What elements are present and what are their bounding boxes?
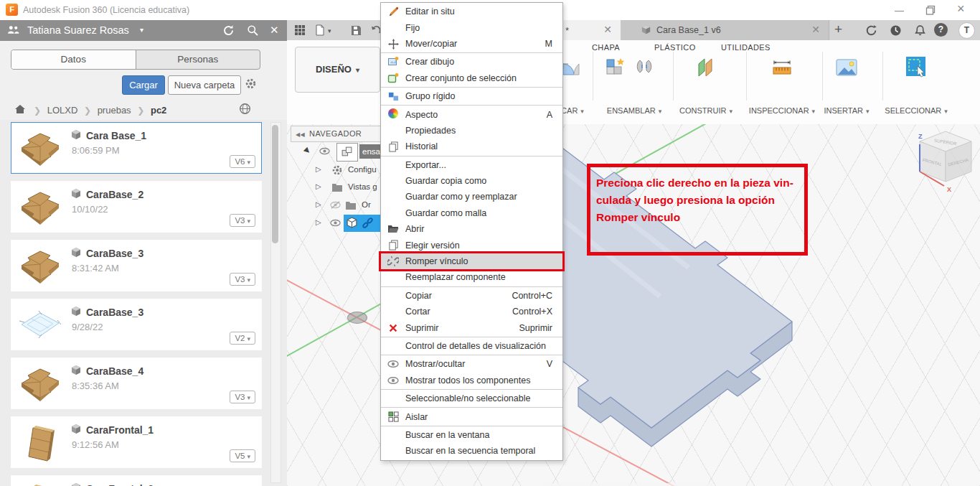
menu-item-crear-conjunto-seleccion[interactable]: Crear conjunto de selección xyxy=(381,70,562,86)
user-name[interactable]: Tatiana Suarez Rosas xyxy=(27,24,129,36)
expander-icon[interactable]: ▷ xyxy=(316,200,321,208)
navigator-row-assembly[interactable]: ▶ ensa xyxy=(291,144,381,160)
menu-item-mover-copiar[interactable]: Mover/copiarM xyxy=(381,36,562,52)
menu-item-buscar-secuencia[interactable]: Buscar en la secuencia temporal xyxy=(381,443,562,459)
menu-item-suprimir[interactable]: SuprimirSuprimir xyxy=(381,319,562,335)
menu-item-romper-vinculo[interactable]: Romper vínculo xyxy=(381,253,562,269)
fillet-icon[interactable] xyxy=(561,57,581,78)
menu-item-guardar-copia-como[interactable]: Guardar copia como xyxy=(381,173,562,189)
version-dropdown[interactable]: V3 xyxy=(230,391,255,403)
menu-item-control-detalles[interactable]: Control de detalles de visualización xyxy=(381,338,562,354)
version-dropdown[interactable]: V3 xyxy=(230,273,255,286)
construction-plane-icon[interactable] xyxy=(696,57,716,78)
menu-item-seleccionable[interactable]: Seleccionable/no seleccionable xyxy=(381,391,562,406)
menu-item-cortar[interactable]: CortarControl+X xyxy=(381,304,562,319)
group-seleccionar[interactable]: SELECCIONAR xyxy=(885,106,947,115)
menu-item-reemplazar-componente[interactable]: Reemplazar componente xyxy=(381,269,562,285)
menu-item-fijo[interactable]: Fijo xyxy=(381,19,562,35)
group-insertar[interactable]: INSERTAR xyxy=(824,106,869,115)
file-menu-icon[interactable] xyxy=(314,24,326,36)
eye-icon[interactable] xyxy=(319,146,330,156)
menu-item-mostrar-todos[interactable]: Mostrar todos los componentes xyxy=(381,373,562,388)
menu-item-exportar[interactable]: Exportar... xyxy=(381,157,562,173)
menu-item-copiar[interactable]: CopiarControl+C xyxy=(381,288,562,304)
version-dropdown[interactable]: V5 xyxy=(230,449,255,462)
breadcrumb-pruebas[interactable]: pruebas xyxy=(98,105,131,116)
user-avatar[interactable]: T xyxy=(958,22,975,39)
file-card[interactable]: CaraBase_2 10/10/22 V3 xyxy=(11,181,262,233)
notifications-bell-icon[interactable] xyxy=(914,24,926,37)
close-button[interactable]: × xyxy=(957,3,965,14)
insert-image-icon[interactable] xyxy=(836,57,857,78)
version-dropdown[interactable]: V3 xyxy=(230,214,255,227)
menu-item-guardar-como-y-reemplazar[interactable]: Guardar como y reemplazar xyxy=(381,189,562,205)
menu-item-abrir[interactable]: Abrir xyxy=(381,221,562,237)
expander-icon[interactable]: ▷ xyxy=(316,182,321,190)
ribbon-tab-utilidades[interactable]: UTILIDADES xyxy=(721,43,771,52)
menu-item-editar-in-situ[interactable]: Editar in situ xyxy=(381,4,562,19)
file-card[interactable]: CaraBase_4 8:35:36 AM V3 xyxy=(11,358,262,409)
home-icon[interactable] xyxy=(14,103,26,115)
select-icon[interactable] xyxy=(905,56,927,78)
version-dropdown[interactable]: V6 xyxy=(230,155,255,168)
menu-item-historial[interactable]: Historial xyxy=(381,139,562,154)
menu-item-aislar[interactable]: Aislar xyxy=(381,408,562,424)
menu-item-guardar-como-malla[interactable]: Guardar como malla xyxy=(381,205,562,221)
breadcrumb-pc2[interactable]: pc2 xyxy=(151,105,166,116)
menu-item-crear-dibujo[interactable]: Crear dibujo xyxy=(381,54,562,70)
menu-item-buscar-ventana[interactable]: Buscar en la ventana xyxy=(381,427,562,443)
eye-icon[interactable] xyxy=(330,218,341,228)
group-inspeccionar[interactable]: INSPECCIONAR xyxy=(749,106,815,115)
navigator-row-origin[interactable]: ▷ Or xyxy=(291,198,381,214)
help-button[interactable]: ? xyxy=(934,23,948,37)
settings-gear-icon[interactable] xyxy=(245,78,257,90)
file-card[interactable]: CaraFrontal_2 xyxy=(11,475,262,486)
group-ensamblar[interactable]: ENSAMBLAR xyxy=(607,106,661,115)
document-tab-active[interactable]: * ✕ xyxy=(562,20,621,40)
tab-datos[interactable]: Datos xyxy=(11,50,136,69)
tab-close-icon[interactable]: ✕ xyxy=(811,24,820,35)
scrollbar-track[interactable] xyxy=(270,122,281,483)
navigator-row-config[interactable]: ▷ Configu xyxy=(291,163,381,179)
file-card[interactable]: Cara Base_1 8:06:59 PM V6 xyxy=(11,122,262,174)
minimize-button[interactable] xyxy=(895,11,904,11)
scrollbar-thumb[interactable] xyxy=(272,125,278,243)
save-icon[interactable] xyxy=(350,24,362,36)
version-dropdown[interactable]: V2 xyxy=(230,332,255,345)
group-construir[interactable]: CONSTRUIR xyxy=(679,106,732,115)
public-link-globe-icon[interactable] xyxy=(239,103,251,115)
group-modificar[interactable]: CAR xyxy=(561,106,584,115)
user-dropdown-caret-icon[interactable]: ▾ xyxy=(140,26,143,34)
expander-expanded-icon[interactable]: ▶ xyxy=(303,146,312,155)
eye-off-icon[interactable] xyxy=(330,200,341,210)
upload-button[interactable]: Cargar xyxy=(122,75,165,95)
job-status-icon[interactable] xyxy=(865,24,877,37)
expander-icon[interactable]: ▷ xyxy=(316,218,321,226)
measure-icon[interactable] xyxy=(772,57,792,78)
clock-icon[interactable] xyxy=(890,24,902,37)
menu-item-propiedades[interactable]: Propiedades xyxy=(381,123,562,139)
new-folder-button[interactable]: Nueva carpeta xyxy=(168,75,241,95)
navigator-row-linked-component[interactable]: ▷ xyxy=(291,216,381,232)
sync-icon[interactable] xyxy=(222,24,235,37)
joint-icon[interactable] xyxy=(634,57,654,78)
file-card[interactable]: CaraBase_3 9/28/22 V2 xyxy=(11,299,262,350)
panel-close-icon[interactable]: ✕ xyxy=(270,24,279,37)
file-card[interactable]: CaraBase_3 8:31:42 AM V3 xyxy=(11,240,262,291)
menu-item-grupo-rigido[interactable]: Grupo rígido xyxy=(381,88,562,104)
tab-close-icon[interactable]: ✕ xyxy=(603,24,612,35)
new-component-icon[interactable] xyxy=(606,57,626,78)
expander-icon[interactable]: ▷ xyxy=(316,165,321,173)
new-tab-button[interactable]: + xyxy=(834,22,842,37)
menu-item-elegir-version[interactable]: Elegir versión xyxy=(381,237,562,253)
document-tab-cara-base-1[interactable]: Cara Base_1 v6 ✕ xyxy=(621,20,829,40)
ribbon-tab-chapa[interactable]: CHAPA xyxy=(592,43,620,52)
menu-item-aspecto[interactable]: AspectoA xyxy=(381,106,562,122)
app-grid-icon[interactable] xyxy=(294,24,306,36)
ribbon-tab-plastico[interactable]: PLÁSTICO xyxy=(654,43,696,52)
navigator-row-views[interactable]: ▷ Vistas g xyxy=(291,180,381,196)
view-cube[interactable]: SUPERIOR FRONTAL DERECHA Z X xyxy=(913,126,979,197)
search-icon[interactable] xyxy=(247,24,258,36)
workspace-selector[interactable]: DISEÑO xyxy=(295,47,380,93)
tab-personas[interactable]: Personas xyxy=(136,50,260,69)
